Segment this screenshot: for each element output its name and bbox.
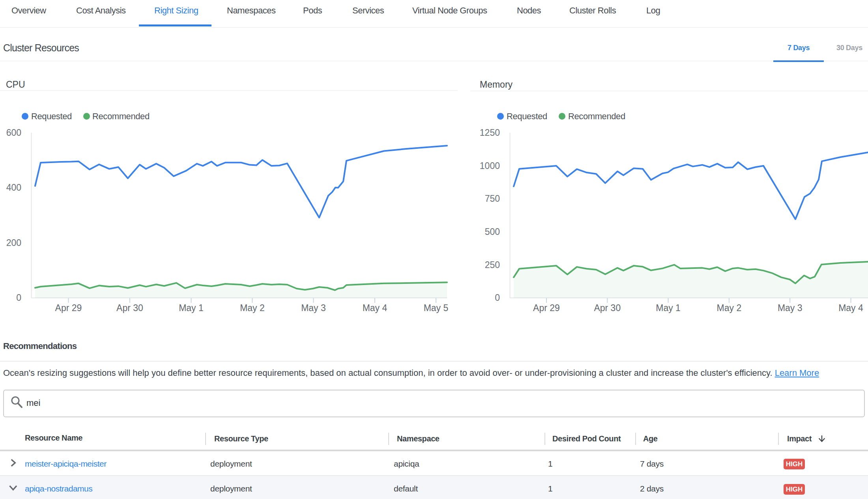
svg-text:0: 0 xyxy=(495,293,500,303)
svg-text:600: 600 xyxy=(6,128,21,138)
svg-text:May 4: May 4 xyxy=(363,303,387,313)
svg-text:Apr 29: Apr 29 xyxy=(55,303,82,313)
svg-text:May 2: May 2 xyxy=(717,303,742,313)
svg-text:May 3: May 3 xyxy=(778,303,803,313)
svg-text:1250: 1250 xyxy=(480,128,500,138)
svg-text:200: 200 xyxy=(6,238,21,248)
svg-text:May 4: May 4 xyxy=(838,303,863,313)
svg-text:May 1: May 1 xyxy=(179,303,204,313)
svg-text:Apr 29: Apr 29 xyxy=(533,303,560,313)
svg-text:Apr 30: Apr 30 xyxy=(594,303,621,313)
svg-text:May 5: May 5 xyxy=(424,303,449,313)
svg-text:May 2: May 2 xyxy=(240,303,265,313)
svg-text:May 3: May 3 xyxy=(301,303,326,313)
svg-text:750: 750 xyxy=(485,193,500,204)
svg-text:1000: 1000 xyxy=(480,161,500,171)
svg-text:May 1: May 1 xyxy=(656,303,681,313)
svg-text:0: 0 xyxy=(16,293,21,303)
svg-text:Apr 30: Apr 30 xyxy=(116,303,143,313)
svg-text:250: 250 xyxy=(485,260,500,270)
svg-text:500: 500 xyxy=(485,227,500,237)
svg-text:400: 400 xyxy=(6,182,21,193)
